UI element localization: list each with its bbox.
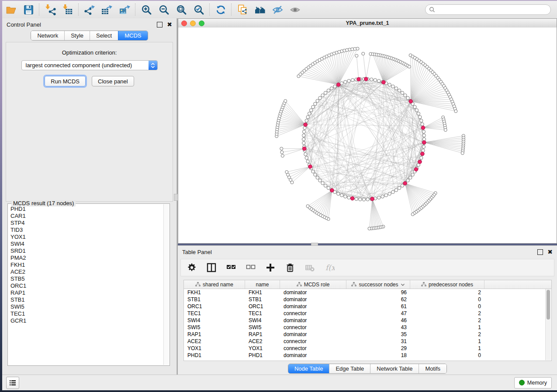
mcds-node-item[interactable]: PHD1 xyxy=(10,206,163,213)
save-button[interactable] xyxy=(20,2,37,17)
tab-network-table[interactable]: Network Table xyxy=(370,364,419,373)
mcds-result-list[interactable]: PHD1CAR1STP4TID3YOX1SWI4SRD1PMA2FKH1ACE2… xyxy=(10,206,163,364)
table-row[interactable]: FKH1FKH1dominator962 xyxy=(184,289,551,296)
run-mcds-button[interactable]: Run MCDS xyxy=(45,76,86,86)
network-window-titlebar[interactable]: YPA_prune.txt_1 xyxy=(178,19,557,28)
mcds-hub-node[interactable] xyxy=(308,165,312,168)
open-button[interactable] xyxy=(2,2,20,17)
import-table-button[interactable] xyxy=(59,2,76,17)
column-header-MCDS-role[interactable]: MCDS role xyxy=(280,280,346,289)
column-header-successor-nodes[interactable]: successor nodes xyxy=(346,280,410,289)
mcds-node-item[interactable]: STB1 xyxy=(10,296,163,303)
mcds-node-item[interactable]: STP4 xyxy=(10,220,163,227)
clone-network-button[interactable] xyxy=(234,2,251,17)
gear-button[interactable] xyxy=(187,263,197,273)
mcds-node-item[interactable]: SWI4 xyxy=(10,241,163,248)
network-canvas[interactable] xyxy=(178,28,557,243)
tab-motifs[interactable]: Motifs xyxy=(419,364,446,373)
mcds-hub-node[interactable] xyxy=(350,196,354,200)
mcds-node-item[interactable]: ACE2 xyxy=(10,268,163,275)
column-header-shared-name[interactable]: shared name xyxy=(184,280,245,289)
column-header-name[interactable]: name xyxy=(245,280,280,289)
close-panel-icon[interactable]: ✖ xyxy=(167,22,172,27)
export-network-button[interactable] xyxy=(81,2,98,17)
mcds-hub-node[interactable] xyxy=(422,141,426,144)
table-row[interactable]: RAP1RAP1dominator352 xyxy=(184,331,551,338)
mcds-hub-node[interactable] xyxy=(330,189,334,193)
mcds-hub-node[interactable] xyxy=(364,77,368,81)
add-button[interactable] xyxy=(266,263,276,273)
mcds-hub-node[interactable] xyxy=(421,126,425,130)
mcds-node-item[interactable]: TEC1 xyxy=(10,310,163,317)
memory-button[interactable]: Memory xyxy=(514,377,552,389)
mcds-node-item[interactable]: CAR1 xyxy=(10,213,163,220)
mcds-hub-node[interactable] xyxy=(409,100,413,103)
search-input[interactable] xyxy=(425,4,551,15)
mcds-node-item[interactable]: YOX1 xyxy=(10,234,163,241)
mcds-hub-node[interactable] xyxy=(403,182,407,186)
table-scrollbar[interactable] xyxy=(545,289,551,360)
select-all-button[interactable] xyxy=(226,263,236,273)
table-row[interactable]: SWI4SWI4dominator462 xyxy=(184,317,551,324)
zoom-out-button[interactable] xyxy=(155,2,173,17)
table-row[interactable]: TEC1TEC1connector472 xyxy=(184,310,551,317)
mcds-hub-node[interactable] xyxy=(302,147,306,151)
mcds-hub-node[interactable] xyxy=(418,160,422,164)
optimization-criterion-label: Optimization criterion: xyxy=(6,49,173,56)
float-panel-icon[interactable] xyxy=(157,22,163,28)
mcds-node-item[interactable]: STB5 xyxy=(10,275,163,282)
close-panel-button[interactable]: Close panel xyxy=(92,76,134,86)
mcds-hub-node[interactable] xyxy=(382,80,386,84)
optimization-criterion-select[interactable]: largest connected component (undirected) xyxy=(21,60,158,70)
import-network-button[interactable] xyxy=(42,2,59,17)
mcds-hub-node[interactable] xyxy=(304,123,308,127)
mcds-node-item[interactable]: ORC1 xyxy=(10,282,163,289)
export-image-button[interactable] xyxy=(116,2,133,17)
tab-node-table[interactable]: Node Table xyxy=(288,364,329,373)
mcds-node-item[interactable]: SWI5 xyxy=(10,303,163,310)
table-row[interactable]: SWI5SWI5connector431 xyxy=(184,324,551,331)
mcds-node-item[interactable]: PMA2 xyxy=(10,254,163,261)
mcds-node-item[interactable]: FKH1 xyxy=(10,261,163,268)
tab-network[interactable]: Network xyxy=(31,31,64,40)
table-scrollbar-thumb[interactable] xyxy=(547,290,550,320)
zoom-in-button[interactable] xyxy=(138,2,155,17)
zoom-out-icon xyxy=(159,4,170,15)
mcds-node-item[interactable]: GCR1 xyxy=(10,317,163,324)
tab-style[interactable]: Style xyxy=(64,31,90,40)
float-table-panel-icon[interactable] xyxy=(537,249,543,255)
first-neighbors-button[interactable] xyxy=(251,2,269,17)
mcds-hub-node[interactable] xyxy=(336,83,340,87)
trash-button[interactable] xyxy=(285,263,295,273)
mcds-node-item[interactable]: TID3 xyxy=(10,227,163,234)
mcds-hub-node[interactable] xyxy=(370,197,374,201)
task-history-button[interactable] xyxy=(6,377,19,389)
table-row[interactable]: YOX1YOX1connector291 xyxy=(184,345,551,352)
zoom-fit-button[interactable] xyxy=(173,2,190,17)
mcds-hub-node[interactable] xyxy=(421,152,425,156)
mcds-node-item[interactable]: RAP1 xyxy=(10,289,163,296)
mcds-list-scrollbar[interactable] xyxy=(163,204,169,365)
tab-select[interactable]: Select xyxy=(90,31,118,40)
column-header-predecessor-nodes[interactable]: predecessor nodes xyxy=(410,280,484,289)
mcds-hub-node[interactable] xyxy=(414,168,418,172)
cell-role: connector xyxy=(280,324,346,330)
table-row[interactable]: ORC1ORC1dominator610 xyxy=(184,303,551,310)
mcds-hub-node[interactable] xyxy=(357,77,361,81)
mcds-node-item[interactable]: SRD1 xyxy=(10,248,163,254)
table-row[interactable]: STB1STB1dominator620 xyxy=(184,296,551,303)
show-all-button[interactable] xyxy=(286,2,304,17)
close-table-panel-icon[interactable]: ✖ xyxy=(547,250,553,254)
hide-selected-button[interactable] xyxy=(269,2,286,17)
tab-edge-table[interactable]: Edge Table xyxy=(329,364,370,373)
columns-button[interactable] xyxy=(207,263,217,273)
table-row[interactable]: PHD1PHD1dominator180 xyxy=(184,352,551,359)
deselect-all-button[interactable] xyxy=(246,263,256,273)
refresh-button[interactable] xyxy=(212,2,229,17)
tab-mcds[interactable]: MCDS xyxy=(118,31,147,40)
export-table-button[interactable] xyxy=(98,2,116,17)
table-row[interactable]: ACE2ACE2connector311 xyxy=(184,338,551,345)
hide-selected-icon xyxy=(272,4,283,15)
zoom-selected-button[interactable] xyxy=(190,2,208,17)
cell-shared_name: YOX1 xyxy=(184,345,245,351)
